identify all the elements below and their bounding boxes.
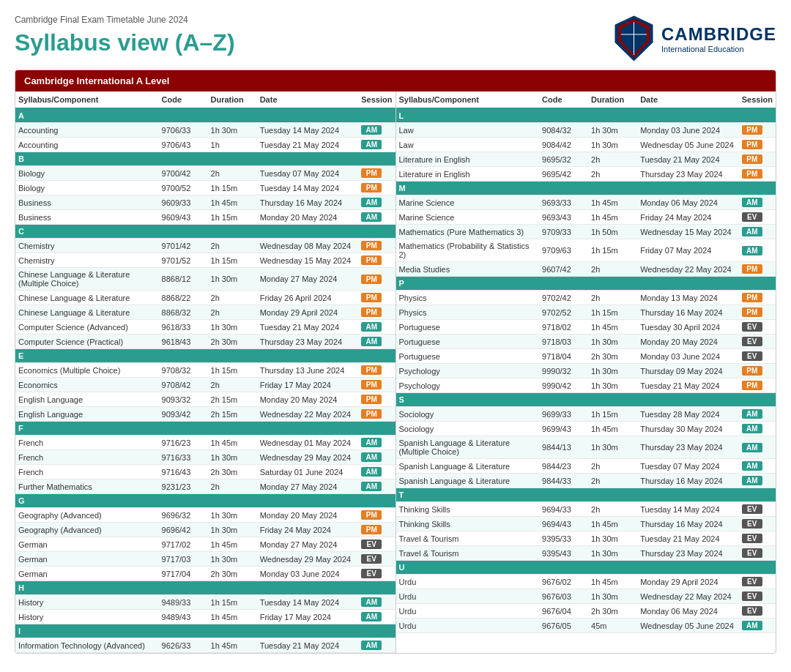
cell-duration: 1h 30m [208,123,257,138]
col-header-duration: Duration [208,92,257,108]
table-row: Physics 9702/52 1h 15m Thursday 16 May 2… [396,305,776,320]
cell-date: Monday 06 May 2024 [637,604,739,619]
table-row: Further Mathematics 9231/23 2h Monday 27… [15,479,396,494]
table-row: Chinese Language & Literature (Multiple … [15,268,396,291]
session-badge: AM [742,246,762,255]
section-letter: B [15,152,396,166]
table-row: French 9716/43 2h 30m Saturday 01 June 2… [15,465,396,479]
section-letter: H [15,581,396,595]
section-letter: P [396,277,776,291]
cell-duration: 2h [588,262,637,277]
cell-session: AM [739,407,776,422]
cell-session: PM [358,378,395,392]
section-letter: F [15,422,396,436]
session-badge: PM [361,255,382,265]
cell-date: Wednesday 05 June 2024 [637,619,739,633]
section-letter: S [396,393,776,407]
section-letter: E [15,349,396,363]
table-row: Economics (Multiple Choice) 9708/32 1h 1… [15,363,396,378]
cell-session: EV [739,604,776,619]
section-letter-row: I [15,624,396,638]
section-letter-row: T [396,488,776,502]
cell-code: 8868/12 [159,268,208,291]
cell-code: 8868/22 [159,291,208,305]
table-row: Business 9609/43 1h 15m Monday 20 May 20… [15,210,396,225]
session-badge: EV [742,534,762,543]
cambridge-logo: CAMBRIDGE International Education [614,15,776,62]
cell-code: 9395/43 [539,546,588,561]
section-letter-row: G [15,494,396,508]
cell-duration: 1h [208,138,257,152]
cell-syllabus: Portuguese [396,349,540,364]
cell-code: 9699/33 [539,407,588,422]
session-badge: AM [361,337,382,346]
cell-duration: 1h 15m [208,363,257,378]
cell-duration: 1h 45m [588,210,637,225]
table-row: Biology 9700/42 2h Tuesday 07 May 2024 P… [15,166,396,181]
cell-syllabus: Marine Science [396,210,540,225]
table-row: Marine Science 9693/33 1h 45m Monday 06 … [396,195,776,210]
section-letter-row: E [15,349,396,363]
cell-syllabus: English Language [15,407,159,422]
table-row: Psychology 9990/32 1h 30m Thursday 09 Ma… [396,364,776,378]
session-badge: AM [742,461,762,471]
cell-syllabus: Portuguese [396,335,540,349]
table-row: Information Technology (Advanced) 9626/3… [15,638,396,653]
table-row: Psychology 9990/42 1h 30m Tuesday 21 May… [396,378,776,393]
session-badge: EV [742,322,762,332]
col-header-syllabus-r: Syllabus/Component [396,92,540,108]
session-badge: AM [361,612,382,621]
table-row: Chemistry 9701/52 1h 15m Wednesday 15 Ma… [15,253,396,268]
cell-syllabus: Literature in English [396,152,540,167]
session-badge: PM [361,293,382,302]
cell-session: EV [739,320,776,335]
cell-code: 9708/42 [159,378,208,392]
cell-syllabus: Computer Science (Advanced) [15,320,159,335]
table-row: Urdu 9676/02 1h 45m Monday 29 April 2024… [396,575,776,589]
col-header-syllabus: Syllabus/Component [15,92,159,108]
cell-date: Thursday 23 May 2024 [637,167,739,182]
cell-session: EV [739,531,776,546]
cell-code: 9696/32 [159,508,208,523]
cell-code: 9693/33 [539,195,588,210]
cell-session: PM [358,523,395,537]
table-row: English Language 9093/42 2h 15m Wednesda… [15,407,396,422]
cell-date: Wednesday 01 May 2024 [257,436,359,450]
cell-date: Monday 20 May 2024 [257,392,359,407]
cell-syllabus: Computer Science (Practical) [15,335,159,349]
session-badge: PM [361,525,382,534]
cell-duration: 2h 15m [208,407,257,422]
cell-session: PM [358,508,395,523]
cell-date: Thursday 23 May 2024 [257,335,359,349]
cell-session: EV [358,552,395,567]
session-badge: AM [742,443,762,452]
cell-duration: 2h [208,479,257,494]
cell-syllabus: Spanish Language & Literature (Multiple … [396,436,540,459]
cell-code: 9717/03 [159,552,208,567]
cell-session: PM [358,239,395,253]
session-badge: EV [742,212,762,222]
cell-syllabus: Geography (Advanced) [15,508,159,523]
cell-duration: 1h 45m [588,422,637,436]
session-badge: EV [742,577,762,586]
cell-code: 9844/13 [539,436,588,459]
cell-duration: 2h [588,459,637,474]
cell-duration: 1h 30m [208,523,257,537]
session-badge: EV [742,351,762,361]
cell-code: 9694/33 [539,502,588,517]
table-row: Computer Science (Practical) 9618/43 2h … [15,335,396,349]
session-badge: EV [361,540,382,549]
cell-syllabus: Spanish Language & Literature [396,474,540,488]
cell-syllabus: Travel & Tourism [396,546,540,561]
cell-duration: 1h 15m [588,239,637,262]
cell-syllabus: Chemistry [15,253,159,268]
cell-session: AM [358,138,395,152]
cell-date: Tuesday 14 May 2024 [637,502,739,517]
cell-syllabus: Mathematics (Pure Mathematics 3) [396,225,540,239]
cell-duration: 1h 15m [588,407,637,422]
section-letter: T [396,488,776,502]
cell-date: Wednesday 29 May 2024 [257,552,359,567]
cell-syllabus: Accounting [15,138,159,152]
cell-duration: 2h [588,291,637,305]
cell-session: EV [739,517,776,531]
